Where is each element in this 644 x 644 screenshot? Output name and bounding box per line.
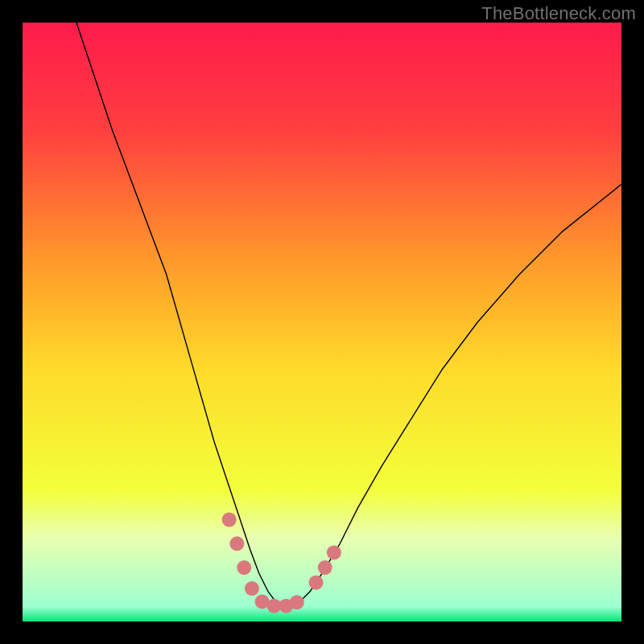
bottleneck-chart (23, 23, 621, 621)
highlight-dot (318, 560, 332, 575)
highlight-dot (237, 560, 251, 575)
highlight-dot (290, 595, 304, 609)
highlight-dot (229, 536, 244, 551)
gradient-background (23, 23, 621, 621)
highlight-dot (222, 513, 237, 527)
watermark-text: TheBottleneck.com (481, 3, 636, 24)
highlight-dot (245, 581, 259, 596)
highlight-dot (309, 576, 324, 590)
chart-frame (23, 23, 621, 621)
highlight-dot (327, 545, 341, 559)
